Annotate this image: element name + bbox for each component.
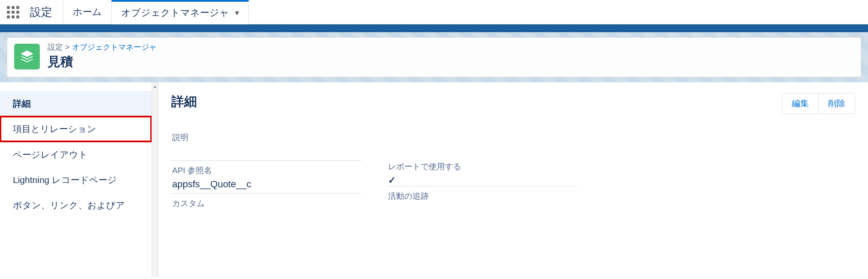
right-spacer [603,128,855,215]
sidebar: 詳細 項目とリレーション ページレイアウト Lightning レコードページ … [0,82,158,277]
breadcrumb-separator: > [65,43,70,51]
layers-icon [14,44,40,69]
sidebar-scrollbar[interactable]: ▲ [152,82,158,277]
scroll-up-icon[interactable]: ▲ [152,82,158,90]
breadcrumb-region: 設定 > オブジェクトマネージャ 見積 [0,32,868,82]
field-value [172,146,361,157]
breadcrumb-link[interactable]: オブジェクトマネージャ [72,43,157,51]
field-label: 活動の追跡 [388,191,576,202]
breadcrumb-texts: 設定 > オブジェクトマネージャ 見積 [48,42,157,71]
sidebar-item-page-layouts[interactable]: ページレイアウト [0,142,152,167]
field-api-name: API 参照名 appsfs__Quote__c [171,161,361,194]
field-label: カスタム [172,198,361,209]
tab-home[interactable]: ホーム [63,0,111,24]
blue-banner [0,24,868,32]
field-label: 説明 [172,132,361,143]
top-header: 設定 ホーム オブジェクトマネージャ ▾ [0,0,868,24]
edit-button[interactable]: 編集 [782,93,818,114]
check-icon: ✓ [388,175,576,186]
sidebar-item-label: 項目とリレーション [13,124,96,134]
chevron-down-icon: ▾ [235,8,239,18]
delete-button[interactable]: 削除 [818,93,855,114]
nine-dots-icon [7,6,19,18]
header-title: 設定 [26,0,63,24]
sidebar-item-lightning-pages[interactable]: Lightning レコードページ [0,167,152,192]
detail-heading: 詳細 [171,93,197,111]
sidebar-item-detail[interactable]: 詳細 [0,91,152,116]
right-column: レポートで使用する ✓ 活動の追跡 [387,128,577,215]
field-columns: 説明 API 参照名 appsfs__Quote__c カスタム レポートで使用… [171,128,855,215]
sidebar-item-label: ボタン、リンク、およびア [13,200,125,210]
sidebar-item-label: 詳細 [13,99,31,108]
field-label: レポートで使用する [388,161,576,172]
main-content: 詳細 項目とリレーション ページレイアウト Lightning レコードページ … [0,82,868,277]
breadcrumb: 設定 > オブジェクトマネージャ [48,42,157,52]
field-custom: カスタム [171,194,361,215]
action-button-group: 編集 削除 [782,93,855,114]
tab-object-manager-label: オブジェクトマネージャ [121,6,229,19]
field-activity: 活動の追跡 [387,186,577,208]
sidebar-item-label: ページレイアウト [13,150,88,159]
field-label: API 参照名 [172,165,361,176]
breadcrumb-card: 設定 > オブジェクトマネージャ 見積 [7,37,861,77]
sidebar-item-fields-relationships[interactable]: 項目とリレーション [0,116,152,141]
field-report: レポートで使用する ✓ [387,157,577,186]
app-launcher-icon[interactable] [0,0,26,24]
page-title: 見積 [48,53,157,71]
tab-home-label: ホーム [73,6,102,18]
left-column: 説明 API 参照名 appsfs__Quote__c カスタム [171,128,361,215]
detail-header: 詳細 編集 削除 [171,93,855,114]
tab-object-manager[interactable]: オブジェクトマネージャ ▾ [111,0,249,24]
sidebar-item-label: Lightning レコードページ [13,175,117,185]
detail-panel: 詳細 編集 削除 説明 API 参照名 appsfs__Quote__c カスタ… [158,82,868,277]
field-value: appsfs__Quote__c [172,179,361,190]
breadcrumb-root: 設定 [48,43,63,51]
field-description: 説明 [171,128,361,161]
sidebar-item-buttons-links[interactable]: ボタン、リンク、およびア [0,192,152,218]
